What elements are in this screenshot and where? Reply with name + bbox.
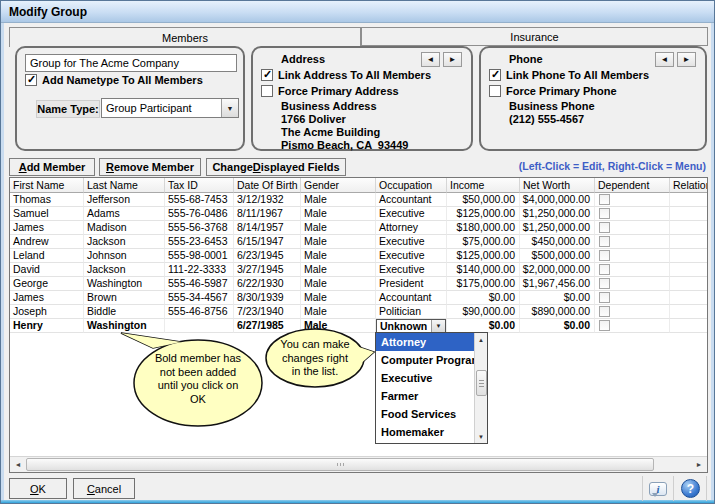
force-address-checkbox[interactable] [261, 85, 273, 97]
scrollbar-thumb[interactable] [26, 458, 654, 471]
grid-cell-relation[interactable] [670, 207, 707, 221]
grid-cell-networth[interactable]: $0.00 [520, 291, 595, 305]
phone-prev-button[interactable]: ◄ [655, 52, 674, 67]
remove-member-button[interactable]: Remove Member [99, 158, 201, 176]
grid-cell-relation[interactable] [670, 221, 707, 235]
grid-cell-tax[interactable] [165, 319, 234, 333]
info-button[interactable]: i [642, 476, 674, 501]
link-phone-checkbox[interactable] [489, 69, 501, 81]
force-phone-checkbox[interactable] [489, 85, 501, 97]
grid-cell-gender[interactable]: Male [301, 319, 376, 333]
grid-cell-networth[interactable]: $450,000.00 [520, 235, 595, 249]
grid-cell-networth[interactable]: $1,250,000.00 [520, 207, 595, 221]
grid-cell-dob[interactable]: 6/27/1985 [234, 319, 301, 333]
grid-cell-relation[interactable] [670, 319, 707, 333]
column-header[interactable]: Occupation [376, 178, 447, 193]
grid-cell-tax[interactable]: 111-22-3333 [165, 263, 234, 277]
grid-cell-last[interactable]: Washington [84, 319, 165, 333]
grid-cell-dob[interactable]: 8/11/1967 [234, 207, 301, 221]
grid-cell-income[interactable]: $0.00 [447, 319, 520, 333]
help-button[interactable]: ? [675, 476, 707, 501]
column-header[interactable]: Gender [301, 178, 376, 193]
dropdown-option[interactable]: Attorney [376, 333, 474, 351]
cancel-button[interactable]: Cancel [73, 478, 135, 499]
column-header[interactable]: Dependent [595, 178, 670, 193]
grid-cell-last[interactable]: Madison [84, 221, 165, 235]
column-header[interactable]: Income [447, 178, 520, 193]
table-row[interactable]: JamesBrown555-34-45678/30/1939MaleAccoun… [10, 291, 707, 305]
dependent-checkbox[interactable] [599, 306, 610, 317]
grid-cell-dependent[interactable] [595, 305, 670, 319]
grid-cell-networth[interactable]: $1,967,456.00 [520, 277, 595, 291]
table-row[interactable]: SamuelAdams555-76-04868/11/1967MaleExecu… [10, 207, 707, 221]
table-row[interactable]: ThomasJefferson555-68-74533/12/1932MaleA… [10, 193, 707, 207]
scroll-left-button[interactable]: ◄ [10, 457, 26, 472]
occupation-dropdown-list[interactable]: AttorneyComputer ProgrammerExecutiveFarm… [375, 332, 488, 444]
dependent-checkbox[interactable] [599, 278, 610, 289]
dropdown-option[interactable]: Food Services [376, 405, 474, 423]
grid-cell-gender[interactable]: Male [301, 193, 376, 207]
grid-cell-dependent[interactable] [595, 235, 670, 249]
column-header[interactable]: Date Of Birth [234, 178, 301, 193]
grid-cell-gender[interactable]: Male [301, 277, 376, 291]
table-row[interactable]: JamesMadison555-56-37688/14/1957MaleAtto… [10, 221, 707, 235]
ok-button[interactable]: OK [9, 478, 67, 499]
grid-cell-dependent[interactable] [595, 263, 670, 277]
grid-cell-relation[interactable] [670, 263, 707, 277]
grid-cell-dob[interactable]: 8/30/1939 [234, 291, 301, 305]
dropdown-scrollbar[interactable]: ▲ ▼ [474, 333, 487, 443]
grid-cell-income[interactable]: $180,000.00 [447, 221, 520, 235]
add-nametype-checkbox[interactable] [25, 74, 37, 86]
grid-cell-dependent[interactable] [595, 221, 670, 235]
grid-cell-occupation[interactable]: Executive [376, 263, 447, 277]
grid-cell-income[interactable]: $50,000.00 [447, 193, 520, 207]
grid-cell-last[interactable]: Washington [84, 277, 165, 291]
phone-next-button[interactable]: ► [677, 52, 696, 67]
column-header[interactable]: Last Name [84, 178, 165, 193]
name-type-combobox[interactable]: Group Participant ▼ [101, 98, 239, 118]
grid-cell-gender[interactable]: Male [301, 291, 376, 305]
grid-cell-occupation[interactable]: Executive [376, 235, 447, 249]
grid-cell-tax[interactable]: 555-23-6453 [165, 235, 234, 249]
dependent-checkbox[interactable] [599, 208, 610, 219]
grid-cell-occupation[interactable]: Politician [376, 305, 447, 319]
grid-cell-tax[interactable]: 555-68-7453 [165, 193, 234, 207]
grid-cell-dependent[interactable] [595, 193, 670, 207]
tab-members[interactable]: Members [9, 27, 361, 47]
grid-cell-dob[interactable]: 6/22/1930 [234, 277, 301, 291]
tab-insurance[interactable]: Insurance [361, 27, 708, 46]
table-row[interactable]: AndrewJackson555-23-64536/15/1947MaleExe… [10, 235, 707, 249]
dropdown-option[interactable]: Farmer [376, 387, 474, 405]
grid-cell-first[interactable]: George [10, 277, 84, 291]
grid-cell-networth[interactable]: $500,000.00 [520, 249, 595, 263]
dropdown-option[interactable]: Executive [376, 369, 474, 387]
grid-cell-networth[interactable]: $1,250,000.00 [520, 221, 595, 235]
dependent-checkbox[interactable] [599, 194, 610, 205]
grid-cell-income[interactable]: $75,000.00 [447, 235, 520, 249]
table-row[interactable]: GeorgeWashington555-46-59876/22/1930Male… [10, 277, 707, 291]
grid-cell-occupation[interactable]: Unknown▼ [376, 319, 447, 333]
table-row[interactable]: DavidJackson111-22-33333/27/1945MaleExec… [10, 263, 707, 277]
grid-cell-occupation[interactable]: Attorney [376, 221, 447, 235]
grid-cell-tax[interactable]: 555-56-3768 [165, 221, 234, 235]
scrollbar-track[interactable] [654, 457, 691, 472]
grid-cell-first[interactable]: Leland [10, 249, 84, 263]
grid-cell-first[interactable]: Andrew [10, 235, 84, 249]
scroll-down-button[interactable]: ▼ [475, 430, 487, 443]
members-grid[interactable]: First NameLast NameTax IDDate Of BirthGe… [9, 177, 708, 473]
grid-cell-first[interactable]: Samuel [10, 207, 84, 221]
grid-cell-last[interactable]: Biddle [84, 305, 165, 319]
grid-cell-last[interactable]: Jackson [84, 263, 165, 277]
grid-cell-dob[interactable]: 3/27/1945 [234, 263, 301, 277]
grid-cell-dependent[interactable] [595, 319, 670, 333]
grid-cell-tax[interactable]: 555-98-0001 [165, 249, 234, 263]
chevron-down-icon[interactable]: ▼ [221, 99, 238, 117]
chevron-down-icon[interactable]: ▼ [431, 320, 445, 332]
grid-cell-income[interactable]: $125,000.00 [447, 249, 520, 263]
grid-cell-gender[interactable]: Male [301, 221, 376, 235]
grid-cell-relation[interactable] [670, 249, 707, 263]
grid-cell-last[interactable]: Jackson [84, 235, 165, 249]
grid-cell-dependent[interactable] [595, 249, 670, 263]
dependent-checkbox[interactable] [599, 264, 610, 275]
grid-cell-occupation[interactable]: Executive [376, 207, 447, 221]
